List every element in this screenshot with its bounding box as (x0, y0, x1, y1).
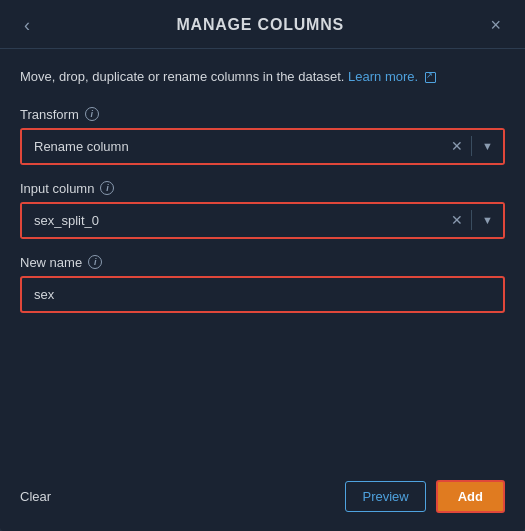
external-link-icon (425, 72, 436, 83)
input-column-select[interactable]: sex_split_0 (22, 204, 503, 237)
modal-footer: Clear Preview Add (0, 470, 525, 531)
new-name-group: New name i (20, 255, 505, 313)
modal-title: MANAGE COLUMNS (36, 16, 484, 34)
back-button[interactable]: ‹ (18, 14, 36, 36)
new-name-input[interactable] (22, 278, 503, 311)
new-name-label: New name i (20, 255, 505, 270)
clear-button[interactable]: Clear (20, 483, 51, 510)
transform-select-wrapper: Rename column Move column Drop column Du… (20, 128, 505, 165)
transform-info-icon: i (85, 107, 99, 121)
input-column-info-icon: i (100, 181, 114, 195)
close-button[interactable]: × (484, 14, 507, 36)
input-column-clear-icon[interactable]: ✕ (443, 213, 471, 227)
transform-label: Transform i (20, 107, 505, 122)
modal-body: Move, drop, duplicate or rename columns … (0, 49, 525, 470)
input-column-group: Input column i sex_split_0 ✕ ▼ (20, 181, 505, 239)
modal-header: ‹ MANAGE COLUMNS × (0, 0, 525, 49)
transform-select[interactable]: Rename column Move column Drop column Du… (22, 130, 503, 163)
manage-columns-modal: ‹ MANAGE COLUMNS × Move, drop, duplicate… (0, 0, 525, 531)
description-text: Move, drop, duplicate or rename columns … (20, 67, 505, 87)
new-name-input-wrapper (20, 276, 505, 313)
input-column-label: Input column i (20, 181, 505, 196)
preview-button[interactable]: Preview (345, 481, 425, 512)
input-column-select-wrapper: sex_split_0 ✕ ▼ (20, 202, 505, 239)
add-button[interactable]: Add (436, 480, 505, 513)
action-buttons: Preview Add (345, 480, 505, 513)
transform-group: Transform i Rename column Move column Dr… (20, 107, 505, 165)
transform-clear-icon[interactable]: ✕ (443, 139, 471, 153)
new-name-info-icon: i (88, 255, 102, 269)
learn-more-link[interactable]: Learn more. (348, 69, 436, 84)
